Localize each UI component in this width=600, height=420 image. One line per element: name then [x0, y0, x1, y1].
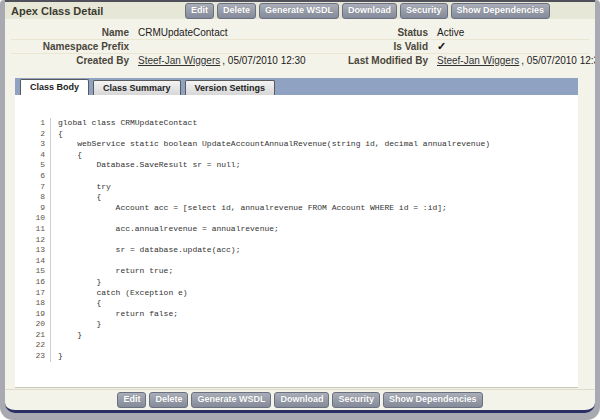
last-modified-date: , 05/07/2010 12:30 [521, 55, 595, 66]
code-body: global class CRMUpdateContact { webServi… [51, 118, 490, 362]
detail-row-name-status: Name CRMUpdateContact Status Active [11, 25, 589, 39]
class-body-panel: Class Body Class Summary Version Setting… [15, 78, 578, 388]
name-value: CRMUpdateContact [138, 27, 308, 38]
name-label: Name [11, 27, 129, 38]
edit-button-bottom[interactable]: Edit [117, 392, 146, 408]
apex-class-detail-page: Apex Class Detail Edit Delete Generate W… [5, 0, 595, 413]
download-button-bottom[interactable]: Download [274, 392, 329, 408]
last-modified-by-label: Last Modified By [308, 55, 428, 66]
last-modified-user-link[interactable]: Steef-Jan Wiggers [437, 55, 519, 66]
tab-version-settings[interactable]: Version Settings [185, 80, 276, 95]
detail-row-created-modified: Created By Steef-Jan Wiggers, 05/07/2010… [11, 53, 589, 67]
is-valid-label: Is Valid [308, 41, 428, 52]
security-button-bottom[interactable]: Security [332, 392, 380, 408]
tab-class-summary[interactable]: Class Summary [93, 80, 181, 95]
delete-button-bottom[interactable]: Delete [149, 392, 188, 408]
delete-button-top[interactable]: Delete [217, 3, 256, 19]
checkmark-icon: ✓ [437, 40, 589, 53]
code-viewer: 1 2 3 4 5 6 7 8 9 10 11 12 13 14 15 16 1… [15, 95, 578, 362]
namespace-prefix-label: Namespace Prefix [11, 41, 129, 52]
created-by-label: Created By [11, 55, 129, 66]
status-label: Status [308, 27, 428, 38]
generate-wsdl-button-bottom[interactable]: Generate WSDL [191, 392, 271, 408]
status-value: Active [437, 27, 589, 38]
detail-section: Name CRMUpdateContact Status Active Name… [5, 19, 595, 67]
last-modified-by-value: Steef-Jan Wiggers, 05/07/2010 12:30 [437, 55, 589, 66]
download-button-top[interactable]: Download [342, 3, 397, 19]
page-frame: Apex Class Detail Edit Delete Generate W… [0, 0, 600, 420]
tab-bar: Class Body Class Summary Version Setting… [15, 78, 578, 95]
show-dependencies-button-top[interactable]: Show Dependencies [451, 3, 551, 19]
detail-row-namespace-valid: Namespace Prefix Is Valid ✓ [11, 39, 589, 53]
generate-wsdl-button-top[interactable]: Generate WSDL [259, 3, 339, 19]
security-button-top[interactable]: Security [400, 3, 448, 19]
top-action-bar: Edit Delete Generate WSDL Download Secur… [185, 3, 550, 19]
tab-class-body[interactable]: Class Body [20, 79, 89, 95]
created-by-value: Steef-Jan Wiggers, 05/07/2010 12:30 [138, 55, 308, 66]
detail-header: Apex Class Detail Edit Delete Generate W… [5, 2, 595, 19]
created-by-user-link[interactable]: Steef-Jan Wiggers [138, 55, 220, 66]
page-title: Apex Class Detail [11, 5, 185, 17]
created-date: , 05/07/2010 12:30 [222, 55, 305, 66]
bottom-action-bar: Edit Delete Generate WSDL Download Secur… [5, 389, 595, 410]
line-number-gutter: 1 2 3 4 5 6 7 8 9 10 11 12 13 14 15 16 1… [23, 118, 51, 362]
edit-button-top[interactable]: Edit [185, 3, 214, 19]
show-dependencies-button-bottom[interactable]: Show Dependencies [383, 392, 483, 408]
